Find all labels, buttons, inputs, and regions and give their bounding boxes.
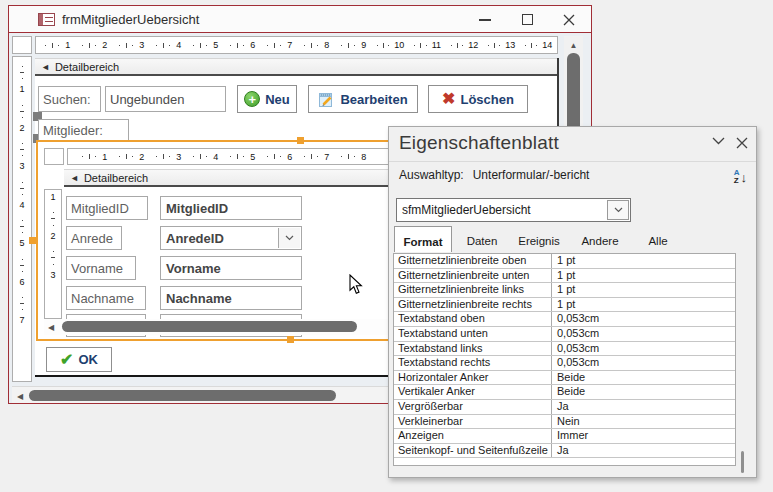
ruler-unit: 2 xyxy=(45,207,61,246)
delete-button[interactable]: ✖ Löschen xyxy=(428,85,528,113)
property-label[interactable]: Verkleinerbar xyxy=(394,415,552,429)
ruler-unit: 8 xyxy=(298,37,335,53)
property-value[interactable]: Beide xyxy=(552,371,735,385)
object-selector-dropdown-button[interactable] xyxy=(607,200,629,220)
property-label[interactable]: Textabstand links xyxy=(394,342,552,356)
tab-andere[interactable]: Andere xyxy=(571,229,629,251)
ok-button[interactable]: ✔ OK xyxy=(46,347,112,372)
property-label[interactable]: Vertikaler Anker xyxy=(394,385,552,399)
property-value[interactable]: 1 pt xyxy=(552,269,735,283)
field-textbox[interactable]: MitgliedID xyxy=(160,196,302,220)
window-titlebar[interactable]: frmMitgliederUebersicht xyxy=(9,6,591,33)
resize-handle[interactable] xyxy=(287,336,294,343)
property-row: Horizontaler Anker Beide xyxy=(394,371,735,386)
detail-section-bar[interactable]: ◄ Detailbereich xyxy=(35,58,558,76)
resize-handle[interactable] xyxy=(297,137,304,144)
property-row: Gitternetzlinienbreite rechts 1 pt xyxy=(394,298,735,313)
sort-az-icon: AZ xyxy=(734,169,740,185)
property-value[interactable]: 1 pt xyxy=(552,283,735,297)
property-value[interactable]: Nein xyxy=(552,415,735,429)
property-value[interactable]: 0,053cm xyxy=(552,356,735,370)
horizontal-ruler[interactable]: 1234567891011121314 xyxy=(35,36,558,54)
tab-alle[interactable]: Alle xyxy=(637,229,679,251)
resize-handle[interactable] xyxy=(29,237,36,244)
property-label[interactable]: Horizontaler Anker xyxy=(394,371,552,385)
field-label[interactable]: Anrede xyxy=(66,226,122,250)
property-label[interactable]: Seitenkopf- und Seitenfußzeile xyxy=(394,444,552,458)
field-label[interactable]: Vorname xyxy=(66,256,136,280)
close-panel-button[interactable] xyxy=(736,137,748,149)
field-textbox[interactable]: Nachname xyxy=(160,286,302,310)
scroll-up-arrow[interactable]: ▲ xyxy=(564,38,583,52)
new-button[interactable]: + Neu xyxy=(237,85,297,113)
tab-daten[interactable]: Daten xyxy=(457,229,507,251)
subform-vertical-ruler[interactable]: 123 xyxy=(44,189,62,319)
field-textbox[interactable]: Vorname xyxy=(160,256,302,280)
ruler-unit: 3 xyxy=(113,37,150,53)
property-label[interactable]: Vergrößerbar xyxy=(394,400,552,414)
property-grid-scrollbar-thumb[interactable] xyxy=(741,451,744,473)
subform-ruler-origin-box[interactable] xyxy=(44,148,64,165)
property-label[interactable]: Gitternetzlinienbreite links xyxy=(394,283,552,297)
section-arrow-icon: ◄ xyxy=(70,173,79,183)
property-value[interactable]: Ja xyxy=(552,444,735,458)
ruler-unit: 1 xyxy=(39,37,76,53)
property-label[interactable]: Gitternetzlinienbreite unten xyxy=(394,269,552,283)
field-combobox[interactable]: AnredeID xyxy=(160,226,302,250)
ruler-unit: 9 xyxy=(335,37,372,53)
property-value[interactable]: Ja xyxy=(552,400,735,414)
vertical-ruler[interactable]: 1234567 xyxy=(12,56,32,382)
window-title: frmMitgliederUebersicht xyxy=(62,12,199,27)
maximize-button[interactable] xyxy=(519,12,535,28)
ruler-unit: 7 xyxy=(298,149,335,164)
field-label[interactable]: Nachname xyxy=(66,286,146,310)
scroll-left-arrow[interactable]: ◀ xyxy=(45,321,57,333)
property-row: Anzeigen Immer xyxy=(394,429,735,444)
search-textbox-control[interactable]: Ungebunden xyxy=(105,86,226,112)
property-label[interactable]: Gitternetzlinienbreite oben xyxy=(394,254,552,268)
ruler-unit: 14 xyxy=(520,37,557,53)
property-label[interactable]: Anzeigen xyxy=(394,429,552,443)
tab-ereignis[interactable]: Ereignis xyxy=(509,229,569,251)
subform-horizontal-ruler[interactable]: 12345678 xyxy=(67,148,400,165)
ruler-unit: 7 xyxy=(261,37,298,53)
minimize-button[interactable] xyxy=(477,12,493,28)
property-label[interactable]: Textabstand unten xyxy=(394,327,552,341)
ruler-unit: 5 xyxy=(224,149,261,164)
ruler-unit: 5 xyxy=(13,215,31,254)
scrollbar-thumb[interactable] xyxy=(62,321,357,332)
ruler-unit: 4 xyxy=(187,149,224,164)
tab-format[interactable]: Format xyxy=(394,226,452,252)
property-label[interactable]: Textabstand rechts xyxy=(394,356,552,370)
chevron-down-icon xyxy=(614,207,623,213)
scroll-left-arrow[interactable]: ◀ xyxy=(14,390,26,402)
close-button[interactable] xyxy=(561,12,577,28)
minimize-icon xyxy=(479,19,491,21)
ruler-unit: 13 xyxy=(483,37,520,53)
ruler-origin-box[interactable] xyxy=(12,36,32,54)
scrollbar-thumb[interactable] xyxy=(29,390,336,401)
sort-order-button[interactable]: AZ ↓ xyxy=(734,169,747,185)
property-value[interactable]: 1 pt xyxy=(552,254,735,268)
property-value[interactable]: 1 pt xyxy=(552,298,735,312)
property-value[interactable]: 0,053cm xyxy=(552,327,735,341)
subform-label-control[interactable]: Mitglieder: xyxy=(38,119,129,142)
property-sheet-title: Eigenschaftenblatt xyxy=(399,132,559,154)
property-value[interactable]: 0,053cm xyxy=(552,312,735,326)
property-label[interactable]: Gitternetzlinienbreite rechts xyxy=(394,298,552,312)
property-value[interactable]: Beide xyxy=(552,385,735,399)
property-value[interactable]: Immer xyxy=(552,429,735,443)
property-label[interactable]: Textabstand oben xyxy=(394,312,552,326)
search-label-control[interactable]: Suchen: xyxy=(38,86,101,112)
combobox-dropdown-button[interactable] xyxy=(278,228,300,248)
property-grid: Gitternetzlinienbreite oben 1 pt Gittern… xyxy=(393,253,736,466)
field-label[interactable]: MitgliedID xyxy=(66,196,148,220)
ruler-unit: 7 xyxy=(13,292,31,331)
collapse-button[interactable] xyxy=(712,137,725,149)
property-row: Verkleinerbar Nein xyxy=(394,415,735,430)
edit-button[interactable]: Bearbeiten xyxy=(308,85,418,113)
property-row: Textabstand unten 0,053cm xyxy=(394,327,735,342)
object-selector-combobox[interactable]: sfmMitgliederUebersicht xyxy=(396,198,631,222)
property-value[interactable]: 0,053cm xyxy=(552,342,735,356)
ok-button-label: OK xyxy=(78,352,98,367)
